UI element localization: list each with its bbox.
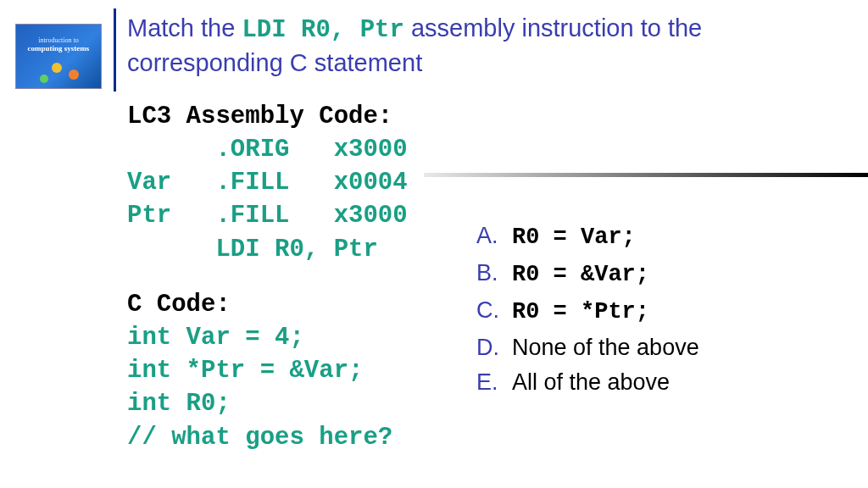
asm-line: Ptr .FILL x3000 (127, 199, 408, 232)
option-text: R0 = Var; (512, 220, 636, 256)
answer-options: A. R0 = Var; B. R0 = &Var; C. R0 = *Ptr;… (476, 219, 699, 401)
c-line: int R0; (127, 387, 392, 420)
option-letter: C. (476, 293, 512, 329)
asm-line: Var .FILL x0004 (127, 166, 408, 199)
decorative-dot (52, 63, 62, 73)
slide-heading: Match the LDI R0, Ptr assembly instructi… (127, 12, 831, 80)
c-line: int *Ptr = &Var; (127, 354, 392, 387)
option-a: A. R0 = Var; (476, 219, 699, 256)
vertical-divider (114, 8, 116, 92)
heading-code: LDI R0, Ptr (242, 16, 403, 44)
c-line: // what goes here? (127, 421, 392, 454)
thumb-title-2: computing systems (16, 44, 101, 53)
option-d: D. None of the above (476, 330, 699, 366)
option-letter: A. (476, 219, 512, 254)
asm-title: LC3 Assembly Code: (127, 100, 408, 133)
c-code-block: C Code: int Var = 4; int *Ptr = &Var; in… (127, 288, 392, 454)
option-text: All of the above (512, 365, 670, 401)
book-cover-thumbnail: introduction to computing systems (15, 24, 102, 89)
option-letter: E. (476, 365, 512, 401)
option-letter: B. (476, 256, 512, 291)
option-text: None of the above (512, 330, 699, 366)
option-letter: D. (476, 330, 512, 366)
decorative-dot (69, 69, 79, 80)
option-c: C. R0 = *Ptr; (476, 293, 699, 330)
asm-line: LDI R0, Ptr (127, 233, 408, 266)
horizontal-divider (424, 173, 868, 177)
c-title: C Code: (127, 288, 392, 321)
option-b: B. R0 = &Var; (476, 256, 699, 293)
c-line: int Var = 4; (127, 321, 392, 354)
assembly-code-block: LC3 Assembly Code: .ORIG x3000 Var .FILL… (127, 100, 408, 266)
decorative-dot (40, 75, 48, 83)
option-text: R0 = *Ptr; (512, 295, 649, 330)
asm-line: .ORIG x3000 (127, 133, 408, 166)
heading-prefix: Match the (127, 14, 242, 42)
thumb-title-1: introduction to (16, 36, 101, 44)
option-e: E. All of the above (476, 365, 699, 401)
option-text: R0 = &Var; (512, 258, 649, 293)
